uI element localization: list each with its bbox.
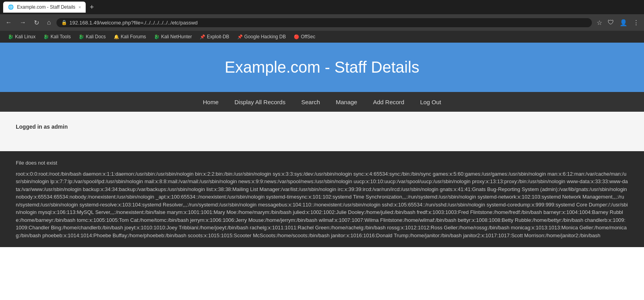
address-bar[interactable]: 🔒 192.168.1.49/welcome.php?file=./../../… — [56, 18, 592, 27]
bookmark-kali-tools-label: Kali Tools — [51, 34, 71, 39]
bookmark-kali-forums[interactable]: 🔔 Kali Forums — [111, 33, 149, 40]
nav-right-buttons: ☆ 🛡 👤 ⋮ — [595, 17, 641, 28]
passwd-content: root:x:0:0:root:/root:/bin/bash daemon:x… — [16, 170, 628, 240]
bookmark-kali-tools[interactable]: 🐉 Kali Tools — [40, 33, 74, 40]
logged-in-section: Logged in as admin — [0, 112, 644, 151]
content-section: File does not exist root:x:0:0:root:/roo… — [0, 151, 644, 247]
bookmark-exploit-db[interactable]: 📌 Exploit-DB — [197, 33, 233, 40]
bookmark-google-hacking[interactable]: 📌 Google Hacking DB — [234, 33, 289, 40]
tab-title: Example.com - Staff Details — [17, 4, 75, 10]
exploit-db-icon: 📌 — [200, 34, 205, 39]
google-hacking-icon: 📌 — [237, 34, 243, 39]
bookmarks-bar: 🐉 Kali Linux 🐉 Kali Tools 🐉 Kali Docs 🔔 … — [0, 31, 644, 43]
bookmark-kali-docs-label: Kali Docs — [86, 34, 106, 39]
kali-nethunter-icon: 🐉 — [154, 34, 160, 39]
nav-search[interactable]: Search — [293, 93, 328, 111]
tab-favicon: 🌐 — [8, 4, 14, 10]
bookmark-offsec-label: OffSec — [301, 34, 315, 39]
tab-bar: 🌐 Example.com - Staff Details × + — [0, 0, 644, 14]
page-content: Example.com - Staff Details Home Display… — [0, 43, 644, 247]
kali-forums-icon: 🔔 — [114, 34, 119, 39]
offsec-icon: 🔴 — [294, 34, 299, 39]
lock-icon: 🔒 — [61, 20, 67, 25]
url-text: 192.168.1.49/welcome.php?file=./../../..… — [69, 20, 587, 26]
menu-button[interactable]: ⋮ — [631, 17, 641, 28]
shield-button[interactable]: 🛡 — [606, 17, 616, 28]
account-button[interactable]: 👤 — [618, 17, 629, 28]
refresh-button[interactable]: ↻ — [32, 17, 41, 28]
kali-linux-icon: 🐉 — [8, 34, 13, 39]
new-tab-button[interactable]: + — [87, 3, 96, 11]
browser-chrome: 🌐 Example.com - Staff Details × + ← → ↻ … — [0, 0, 644, 43]
back-button[interactable]: ← — [3, 17, 14, 28]
nav-manage[interactable]: Manage — [328, 93, 365, 111]
nav-display-all[interactable]: Display All Records — [227, 93, 293, 111]
tab-close-button[interactable]: × — [79, 5, 81, 9]
home-button[interactable]: ⌂ — [45, 17, 53, 28]
file-not-exist-message: File does not exist — [16, 159, 628, 167]
bookmark-exploit-db-label: Exploit-DB — [207, 34, 229, 39]
bookmark-kali-nethunter[interactable]: 🐉 Kali NetHunter — [151, 33, 195, 40]
nav-add-record[interactable]: Add Record — [365, 93, 412, 111]
logged-in-text: Logged in as admin — [16, 124, 628, 130]
bookmark-kali-docs[interactable]: 🐉 Kali Docs — [75, 33, 109, 40]
bookmarks-button[interactable]: ☆ — [595, 17, 604, 28]
forward-button[interactable]: → — [17, 17, 28, 28]
bookmark-nethunter-label: Kali NetHunter — [161, 34, 192, 39]
page-header: Example.com - Staff Details — [0, 43, 644, 92]
bookmark-kali-forums-label: Kali Forums — [121, 34, 146, 39]
kali-tools-icon: 🐉 — [43, 34, 49, 39]
active-tab[interactable]: 🌐 Example.com - Staff Details × — [3, 2, 86, 13]
page-title: Example.com - Staff Details — [8, 58, 636, 76]
nav-logout[interactable]: Log Out — [412, 93, 449, 111]
nav-bar: ← → ↻ ⌂ 🔒 192.168.1.49/welcome.php?file=… — [0, 14, 644, 31]
kali-docs-icon: 🐉 — [79, 34, 84, 39]
nav-home[interactable]: Home — [195, 93, 227, 111]
bookmark-kali-linux-label: Kali Linux — [15, 34, 36, 39]
bookmark-google-hacking-label: Google Hacking DB — [244, 34, 286, 39]
bookmark-offsec[interactable]: 🔴 OffSec — [291, 33, 318, 40]
bookmark-kali-linux[interactable]: 🐉 Kali Linux — [5, 33, 39, 40]
page-nav: Home Display All Records Search Manage A… — [0, 92, 644, 112]
